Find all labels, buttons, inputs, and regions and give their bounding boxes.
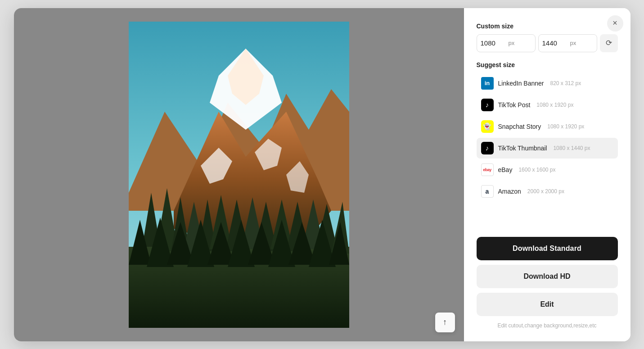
image-canvas [129, 22, 349, 328]
height-input[interactable] [542, 39, 569, 47]
snapchat-icon: 👻 [481, 120, 494, 133]
download-standard-button[interactable]: Download Standard [477, 237, 618, 260]
height-input-wrap: px [538, 34, 597, 52]
suggest-item-snapchat-story[interactable]: 👻 Snapchat Story 1080 x 1920 px [477, 116, 618, 137]
aspect-ratio-button[interactable]: ⟳ [600, 34, 618, 52]
suggest-size-list: in LinkedIn Banner 820 x 312 px ♪ TikTok… [477, 73, 618, 226]
suggest-dims-tiktok-post: 1080 x 1920 px [536, 102, 573, 108]
width-input-wrap: px [477, 34, 536, 52]
suggest-item-amazon[interactable]: a Amazon 2000 x 2000 px [477, 181, 618, 202]
ebay-icon: ebay [481, 163, 494, 176]
actions-section: Download Standard Download HD Edit Edit … [477, 237, 618, 329]
tiktok-thumbnail-icon: ♪ [481, 142, 494, 154]
edit-button[interactable]: Edit [477, 293, 618, 316]
aspect-ratio-icon: ⟳ [606, 38, 612, 48]
suggest-size-label: Suggest size [477, 61, 618, 68]
custom-size-label: Custom size [477, 23, 618, 30]
mountain-image [129, 22, 349, 328]
suggest-dims-snapchat-story: 1080 x 1920 px [547, 123, 584, 130]
suggest-dims-ebay: 1600 x 1600 px [518, 167, 555, 173]
suggest-name-tiktok-post: TikTok Post [498, 101, 531, 109]
suggest-name-ebay: eBay [498, 166, 513, 173]
suggest-name-tiktok-thumbnail: TikTok Thumbnail [498, 145, 547, 152]
upload-icon: ↑ [443, 317, 447, 327]
close-icon: × [612, 18, 617, 28]
tiktok-post-icon: ♪ [481, 99, 494, 111]
suggest-item-tiktok-thumbnail[interactable]: ♪ TikTok Thumbnail 1080 x 1440 px [477, 138, 618, 159]
canvas-area: ↑ [14, 8, 464, 341]
width-unit: px [509, 40, 515, 46]
custom-size-row: px px ⟳ [477, 34, 618, 52]
upload-button[interactable]: ↑ [435, 313, 455, 332]
close-button[interactable]: × [607, 15, 623, 32]
suggest-name-snapchat-story: Snapchat Story [498, 123, 541, 130]
edit-hint: Edit cutout,change background,resize,etc [477, 322, 618, 329]
download-hd-button[interactable]: Download HD [477, 265, 618, 288]
amazon-icon: a [481, 185, 494, 198]
suggest-dims-linkedin: 820 x 312 px [550, 80, 581, 86]
modal: × [14, 8, 630, 341]
width-input[interactable] [481, 39, 508, 47]
height-unit: px [570, 40, 576, 46]
suggest-item-linkedin-banner[interactable]: in LinkedIn Banner 820 x 312 px [477, 73, 618, 94]
suggest-item-tiktok-post[interactable]: ♪ TikTok Post 1080 x 1920 px [477, 95, 618, 115]
suggest-dims-tiktok-thumbnail: 1080 x 1440 px [553, 145, 590, 151]
suggest-item-ebay[interactable]: ebay eBay 1600 x 1600 px [477, 159, 618, 180]
suggest-name-linkedin: LinkedIn Banner [498, 80, 544, 87]
linkedin-icon: in [481, 77, 494, 90]
suggest-name-amazon: Amazon [498, 188, 521, 195]
control-panel: Custom size px px ⟳ Suggest size in Link… [464, 8, 630, 341]
suggest-dims-amazon: 2000 x 2000 px [527, 188, 564, 195]
